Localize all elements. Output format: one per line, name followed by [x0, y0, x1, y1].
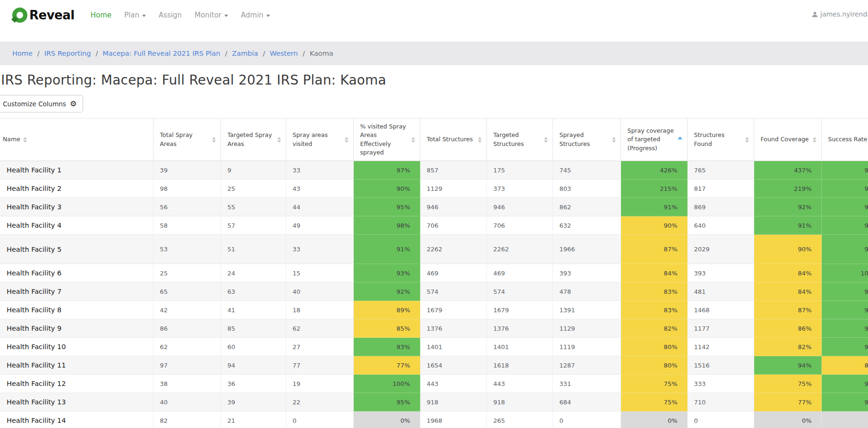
- breadcrumb-home[interactable]: Home: [12, 50, 33, 57]
- breadcrumb: Home / IRS Reporting / Macepa: Full Reve…: [0, 42, 868, 65]
- column-header-total-structures[interactable]: Total Structures: [420, 119, 486, 161]
- facility-name-cell[interactable]: Health Facility 3: [0, 198, 153, 216]
- facility-name-cell[interactable]: Health Facility 4: [0, 216, 153, 235]
- column-label: % visited Spray Areas Effectively spraye…: [360, 122, 408, 157]
- column-header-spray-coverage-of-targeted-progress[interactable]: Spray coverage of targeted (Progress): [621, 119, 687, 161]
- percent-cell: 84%: [754, 264, 821, 282]
- value-cell: 53: [153, 235, 221, 264]
- percent-cell: 99%: [821, 375, 868, 393]
- facility-name-cell[interactable]: Health Facility 13: [0, 393, 153, 411]
- percent-cell: 92%: [353, 282, 420, 301]
- sort-icon: [212, 137, 216, 143]
- column-header-spray-areas-visited[interactable]: Spray areas visited: [286, 119, 353, 161]
- value-cell: 1966: [553, 235, 621, 264]
- nav-item-assign[interactable]: Assign: [159, 11, 182, 19]
- breadcrumb-irs-reporting[interactable]: IRS Reporting: [44, 50, 91, 57]
- column-header-visited-spray-areas-effectively-sprayed[interactable]: % visited Spray Areas Effectively spraye…: [353, 119, 420, 161]
- value-cell: 0: [687, 411, 754, 428]
- value-cell: 632: [553, 216, 621, 235]
- percent-cell: 0%: [353, 411, 420, 428]
- table-row: Health Facility 14822100%196826500%00%0%: [0, 411, 868, 428]
- breadcrumb-western[interactable]: Western: [270, 50, 298, 57]
- column-label: Success Rate: [828, 135, 868, 144]
- percent-cell: 95%: [821, 301, 868, 319]
- percent-cell: 82%: [621, 319, 687, 338]
- value-cell: 33: [286, 161, 353, 180]
- facility-name-cell[interactable]: Health Facility 2: [0, 180, 153, 198]
- facility-name-cell[interactable]: Health Facility 7: [0, 282, 153, 301]
- facility-name-cell[interactable]: Health Facility 8: [0, 301, 153, 319]
- value-cell: 58: [153, 216, 221, 235]
- column-header-name[interactable]: Name: [0, 119, 153, 161]
- column-header-total-spray-areas[interactable]: Total Spray Areas: [153, 119, 221, 161]
- value-cell: 817: [687, 180, 754, 198]
- column-header-targeted-structures[interactable]: Targeted Structures: [486, 119, 553, 161]
- facility-name-cell[interactable]: Health Facility 5: [0, 235, 153, 264]
- percent-cell: 100%: [821, 264, 868, 282]
- percent-cell: 96%: [821, 393, 868, 411]
- breadcrumb-separator: /: [95, 50, 98, 57]
- nav-item-home[interactable]: Home: [91, 11, 111, 19]
- column-header-sprayed-structures[interactable]: Sprayed Structures: [553, 119, 621, 161]
- value-cell: 1968: [420, 411, 486, 428]
- sort-icon: [345, 137, 349, 143]
- value-cell: 469: [486, 264, 553, 282]
- column-header-found-coverage[interactable]: Found Coverage: [754, 119, 821, 161]
- percent-cell: 426%: [621, 161, 687, 180]
- value-cell: 65: [153, 282, 221, 301]
- breadcrumb-plan[interactable]: Macepa: Full Reveal 2021 IRS Plan: [102, 50, 220, 57]
- percent-cell: 87%: [754, 301, 821, 319]
- value-cell: 706: [486, 216, 553, 235]
- value-cell: 574: [486, 282, 553, 301]
- value-cell: 393: [553, 264, 621, 282]
- facility-name-cell[interactable]: Health Facility 10: [0, 338, 153, 356]
- value-cell: 1679: [420, 301, 486, 319]
- percent-cell: 89%: [353, 301, 420, 319]
- value-cell: 62: [286, 319, 353, 338]
- percent-cell: 215%: [621, 180, 687, 198]
- percent-cell: 90%: [621, 216, 687, 235]
- facility-name-cell[interactable]: Health Facility 11: [0, 356, 153, 375]
- facility-name-cell[interactable]: Health Facility 14: [0, 411, 153, 428]
- value-cell: 2262: [420, 235, 486, 264]
- value-cell: 1119: [553, 338, 621, 356]
- value-cell: 1376: [420, 319, 486, 338]
- header-row: NameTotal Spray AreasTargeted Spray Area…: [0, 119, 868, 161]
- nav-item-admin[interactable]: Admin: [241, 11, 270, 19]
- value-cell: 1401: [420, 338, 486, 356]
- value-cell: 41: [221, 301, 286, 319]
- user-menu[interactable]: james.nyirenda: [811, 10, 868, 18]
- nav-item-monitor[interactable]: Monitor: [195, 11, 228, 19]
- table-row: Health Facility 1197947777%1654161812878…: [0, 356, 868, 375]
- page-title: IRS Reporting: Macepa: Full Reveal 2021 …: [1, 72, 868, 88]
- value-cell: 478: [553, 282, 621, 301]
- breadcrumb-zambia[interactable]: Zambia: [232, 50, 258, 57]
- reveal-brand[interactable]: Reveal: [12, 8, 75, 23]
- value-cell: 1129: [553, 319, 621, 338]
- value-cell: 331: [553, 375, 621, 393]
- value-cell: 918: [486, 393, 553, 411]
- column-label: Found Coverage: [761, 135, 809, 144]
- value-cell: 22: [286, 393, 353, 411]
- table-row: Health Facility 842411889%16791679139183…: [0, 301, 868, 319]
- column-header-success-rate[interactable]: Success Rate: [821, 119, 868, 161]
- nav-item-plan[interactable]: Plan: [124, 11, 146, 19]
- value-cell: 44: [286, 198, 353, 216]
- column-header-structures-found[interactable]: Structures Found: [687, 119, 754, 161]
- column-header-targeted-spray-areas[interactable]: Targeted Spray Areas: [221, 119, 286, 161]
- value-cell: 469: [420, 264, 486, 282]
- percent-cell: 97%: [353, 161, 420, 180]
- value-cell: 265: [486, 411, 553, 428]
- percent-cell: 99%: [821, 282, 868, 301]
- percent-cell: 99%: [821, 198, 868, 216]
- percent-cell: 77%: [353, 356, 420, 375]
- value-cell: 765: [687, 161, 754, 180]
- facility-name-cell[interactable]: Health Facility 9: [0, 319, 153, 338]
- facility-name-cell[interactable]: Health Facility 6: [0, 264, 153, 282]
- percent-cell: 95%: [353, 198, 420, 216]
- value-cell: 98: [153, 180, 221, 198]
- facility-name-cell[interactable]: Health Facility 1: [0, 161, 153, 180]
- sort-icon: [544, 137, 548, 143]
- facility-name-cell[interactable]: Health Facility 12: [0, 375, 153, 393]
- customize-columns-button[interactable]: Customize Columns ⚙: [0, 95, 83, 112]
